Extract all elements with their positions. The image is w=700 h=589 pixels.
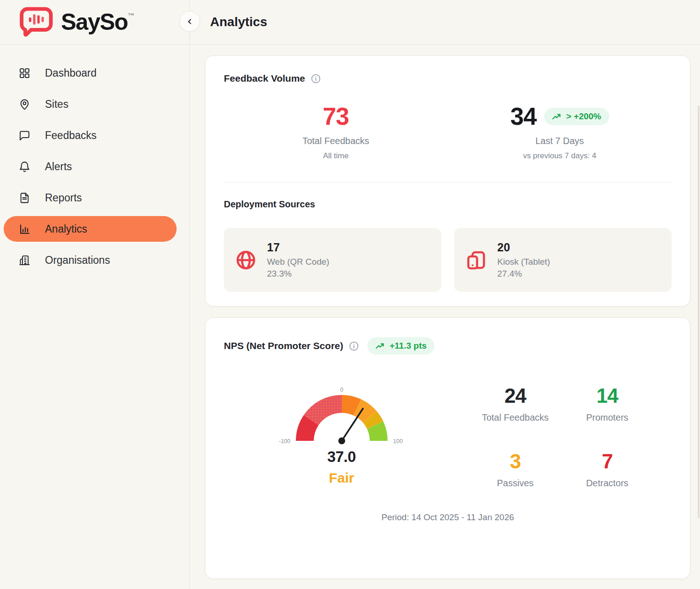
main-content: Feedback Volume 73 Total Feedbacks All t… [190,44,700,589]
sidebar-item-analytics[interactable]: Analytics [4,216,177,242]
document-icon [18,192,31,204]
gauge-tick-max: 100 [393,438,403,445]
sayso-logo-icon [19,7,53,37]
nps-passives-label: Passives [469,478,561,489]
last-7-days-stat: 34 > +200% Last 7 Days vs previous 7 day… [448,104,672,161]
nps-detractors-value: 7 [561,451,654,472]
brand-logo: SaySo™ [19,7,134,37]
nps-gauge: -100 0 100 37.0 Fair [224,385,456,489]
total-feedbacks-sub: All time [224,151,448,161]
globe-icon [235,249,257,271]
nps-gauge-svg: -100 0 100 [270,385,413,448]
chevron-left-icon [185,17,194,26]
info-icon[interactable] [349,341,359,351]
deployment-source-kiosk: 20 Kiosk (Tablet) 27.4% [454,228,672,292]
trend-badge: > +200% [544,108,609,125]
last-7-days-value: 34 [510,104,536,128]
card-divider [224,182,672,183]
nps-rating-label: Fair [228,470,456,486]
sidebar-item-label: Feedbacks [45,129,97,142]
devices-icon [465,249,487,271]
sidebar-item-label: Reports [45,192,82,204]
nps-stats-grid: 24 Total Feedbacks 14 Promoters 3 Passiv… [456,385,672,489]
gauge-tick-min: -100 [278,438,290,445]
deployment-sources-title: Deployment Sources [224,199,672,210]
sidebar: Dashboard Sites Feedbacks Alerts Reports [0,44,190,589]
nps-period: Period: 14 Oct 2025 - 11 Jan 2026 [224,512,672,522]
nps-promoters-label: Promoters [561,412,654,423]
sidebar-item-dashboard[interactable]: Dashboard [4,60,177,86]
last-7-days-sub: vs previous 7 days: 4 [448,151,672,161]
gauge-tick-zero: 0 [340,387,343,393]
sidebar-item-sites[interactable]: Sites [4,91,177,117]
nps-promoters-stat: 14 Promoters [561,386,654,423]
nps-promoters-value: 14 [561,386,654,406]
nps-trend-badge-text: +11.3 pts [389,341,427,351]
scrollbar[interactable] [698,106,700,518]
brand-name: SaySo [61,9,128,35]
total-feedbacks-label: Total Feedbacks [224,136,448,146]
sidebar-item-alerts[interactable]: Alerts [4,154,177,179]
web-source-value: 17 [267,241,329,254]
page-header: Analytics [190,0,700,44]
brand-trademark: ™ [128,11,134,19]
header-logo-area: SaySo™ [0,0,190,44]
trending-up-icon [552,112,562,121]
feedback-volume-card: Feedback Volume 73 Total Feedbacks All t… [205,56,690,306]
sidebar-collapse-button[interactable] [179,11,200,32]
total-feedbacks-stat: 73 Total Feedbacks All time [224,104,448,161]
sidebar-item-label: Analytics [45,223,87,235]
sidebar-item-label: Sites [45,98,68,111]
trending-up-icon [375,341,385,350]
sidebar-item-label: Dashboard [45,67,97,79]
nps-detractors-label: Detractors [561,478,654,489]
gauge-segments [296,395,388,441]
building-icon [18,254,31,267]
web-source-label: Web (QR Code) [267,257,329,267]
nps-score-value: 37.0 [228,448,456,466]
sidebar-item-organisations[interactable]: Organisations [4,247,177,273]
kiosk-source-label: Kiosk (Tablet) [497,257,550,267]
kiosk-source-percent: 27.4% [497,269,550,279]
bell-icon [18,161,31,173]
nps-passives-value: 3 [469,451,561,472]
nps-total-label: Total Feedbacks [469,412,561,423]
sidebar-item-reports[interactable]: Reports [4,185,177,211]
deployment-source-web: 17 Web (QR Code) 23.3% [224,228,441,292]
nps-card: NPS (Net Promoter Score) +11.3 pts [205,317,690,579]
trend-badge-text: > +200% [566,111,601,122]
nps-total-stat: 24 Total Feedbacks [469,386,561,423]
nps-passives-stat: 3 Passives [469,451,561,489]
nps-detractors-stat: 7 Detractors [561,451,654,489]
last-7-days-label: Last 7 Days [448,136,672,146]
info-icon[interactable] [311,74,321,83]
sidebar-item-feedbacks[interactable]: Feedbacks [4,122,177,148]
sidebar-item-label: Alerts [45,161,72,173]
web-source-percent: 23.3% [267,269,329,279]
map-pin-icon [18,98,31,111]
sidebar-item-label: Organisations [45,254,110,267]
nps-total-value: 24 [469,386,561,406]
kiosk-source-value: 20 [497,241,550,254]
speech-bubble-icon [18,129,31,142]
dashboard-icon [18,67,31,79]
total-feedbacks-value: 73 [224,104,448,128]
feedback-volume-title: Feedback Volume [224,73,305,84]
bar-chart-icon [18,223,31,235]
app-window: SaySo™ Analytics Dashboard Sites [0,0,700,589]
nps-trend-badge: +11.3 pts [367,337,434,355]
nps-title: NPS (Net Promoter Score) [224,340,343,351]
page-title: Analytics [210,15,267,29]
